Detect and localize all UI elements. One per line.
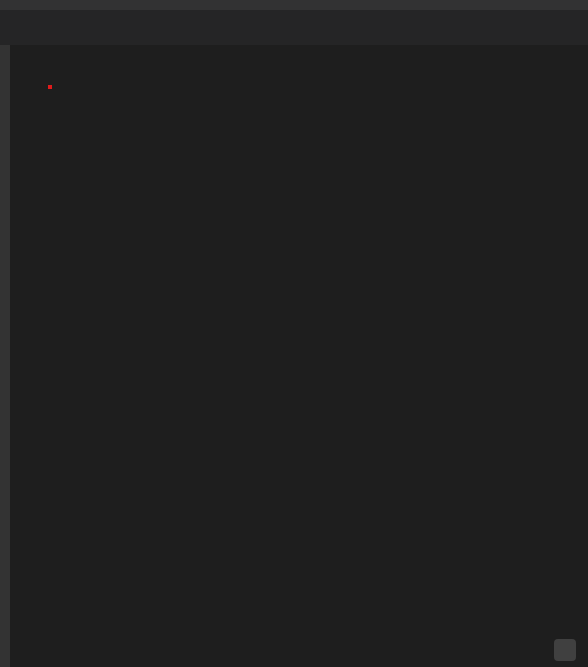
code-area[interactable] — [48, 45, 588, 667]
activity-bar-sliver — [0, 45, 10, 667]
line-number-gutter — [10, 45, 48, 667]
editor — [0, 45, 588, 667]
watermark — [554, 639, 582, 661]
highlight-rectangle — [48, 85, 52, 89]
tabs-bar — [0, 10, 588, 45]
title-bar — [0, 0, 588, 10]
watermark-logo-icon — [554, 639, 576, 661]
